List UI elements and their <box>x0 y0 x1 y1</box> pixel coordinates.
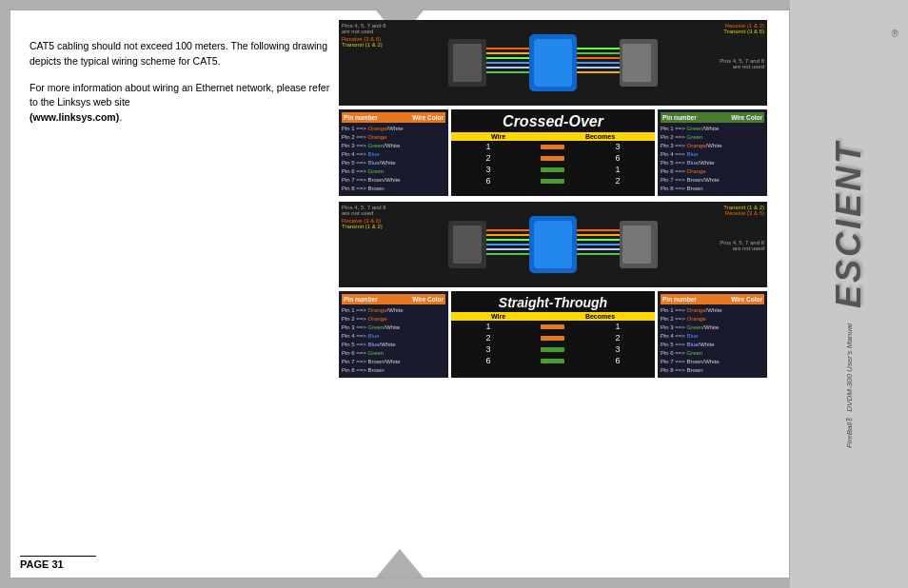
brand-logo: ESCIENT <box>829 140 869 308</box>
wiring-diagram-top: Pins 4, 5, 7 and 8are not used Receive (… <box>339 20 767 106</box>
svg-rect-17 <box>622 44 651 82</box>
svg-rect-9 <box>534 39 572 87</box>
right-pin-table-co: Pin numberWire Color Pin 1 ==> Green/Whi… <box>658 109 767 196</box>
svg-rect-1 <box>453 44 482 82</box>
crossed-over-table: Crossed-Over WireBecomes 1 3 2 6 3 <box>451 109 655 196</box>
paragraph-2: For more information about wiring an Eth… <box>30 81 334 126</box>
left-pin-table-co: Pin numberWire Color Pin 1 ==> Orange/Wh… <box>339 109 448 196</box>
svg-rect-19 <box>453 225 482 264</box>
left-text-area: CAT5 cabling should not exceed 100 meter… <box>30 39 334 137</box>
straight-through-table: Straight-Through WireBecomes 1 1 2 2 3 <box>451 291 655 378</box>
wiring-diagram-bottom: Pins 4, 5, 7 and 8are not used Receive (… <box>339 202 767 287</box>
registered-mark: ® <box>892 29 898 39</box>
page-container: CAT5 cabling should not exceed 100 meter… <box>10 10 790 578</box>
paragraph-1: CAT5 cabling should not exceed 100 meter… <box>30 39 334 69</box>
sidebar-subtitle: FireBall™ DVDM-300 User's Manual <box>845 323 854 448</box>
right-sidebar: ® ESCIENT FireBall™ DVDM-300 User's Manu… <box>790 0 908 588</box>
page-number: PAGE 31 <box>20 556 96 570</box>
straight-through-section: Pin numberWire Color Pin 1 ==> Orange/Wh… <box>339 291 767 378</box>
svg-rect-35 <box>622 225 651 264</box>
crossed-over-section: Pin numberWire Color Pin 1 ==> Orange/Wh… <box>339 109 767 196</box>
right-pin-table-st: Pin numberWire Color Pin 1 ==> Orange/Wh… <box>658 291 767 378</box>
svg-rect-27 <box>534 221 572 268</box>
left-pin-table-st: Pin numberWire Color Pin 1 ==> Orange/Wh… <box>339 291 448 378</box>
diagram-area: Pins 4, 5, 7 and 8are not used Receive (… <box>339 20 777 567</box>
